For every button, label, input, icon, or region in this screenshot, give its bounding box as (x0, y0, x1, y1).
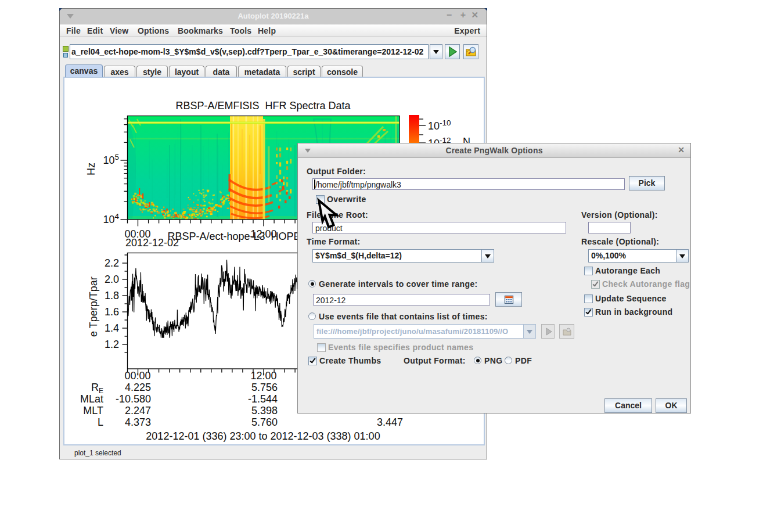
svg-text:1.8: 1.8 (105, 290, 119, 301)
svg-text:105: 105 (103, 153, 119, 166)
svg-text:104: 104 (103, 212, 119, 225)
svg-text:2.0: 2.0 (105, 274, 119, 285)
svg-text:1.4: 1.4 (105, 322, 119, 334)
svg-text:3.447: 3.447 (377, 416, 403, 428)
svg-text:4.225: 4.225 (125, 382, 151, 393)
svg-text:RBSP-A/ect-hope-L3 HOPE: RBSP-A/ect-hope-L3 HOPE (167, 231, 300, 242)
svg-text:-1.544: -1.544 (248, 393, 278, 405)
svg-text:-10.580: -10.580 (116, 393, 151, 405)
svg-text:12:00: 12:00 (250, 370, 276, 382)
svg-text:1.6: 1.6 (105, 306, 119, 318)
svg-text:RBSP-A/EMFISIS HFR Spectra Da: RBSP-A/EMFISIS HFR Spectra Data (175, 100, 351, 112)
svg-text:Hz: Hz (85, 163, 97, 175)
svg-text:L: L (98, 416, 103, 428)
svg-text:2.2: 2.2 (105, 257, 119, 269)
svg-text:1.2: 1.2 (105, 339, 119, 350)
svg-text:MLat: MLat (80, 393, 103, 405)
svg-text:00:00: 00:00 (124, 370, 150, 382)
svg-text:MLT: MLT (83, 405, 103, 416)
svg-text:e Tperp/Tpar: e Tperp/Tpar (88, 276, 99, 337)
svg-text:5.760: 5.760 (251, 416, 278, 428)
svg-text:5.398: 5.398 (251, 405, 278, 416)
svg-text:4.373: 4.373 (125, 416, 151, 428)
svg-text:2012-12-01 (336) 23:00 to 2012: 2012-12-01 (336) 23:00 to 2012-12-03 (33… (146, 430, 380, 442)
svg-text:5.756: 5.756 (251, 382, 278, 393)
svg-text:10-10: 10-10 (428, 118, 451, 132)
svg-text:2.247: 2.247 (125, 405, 151, 416)
